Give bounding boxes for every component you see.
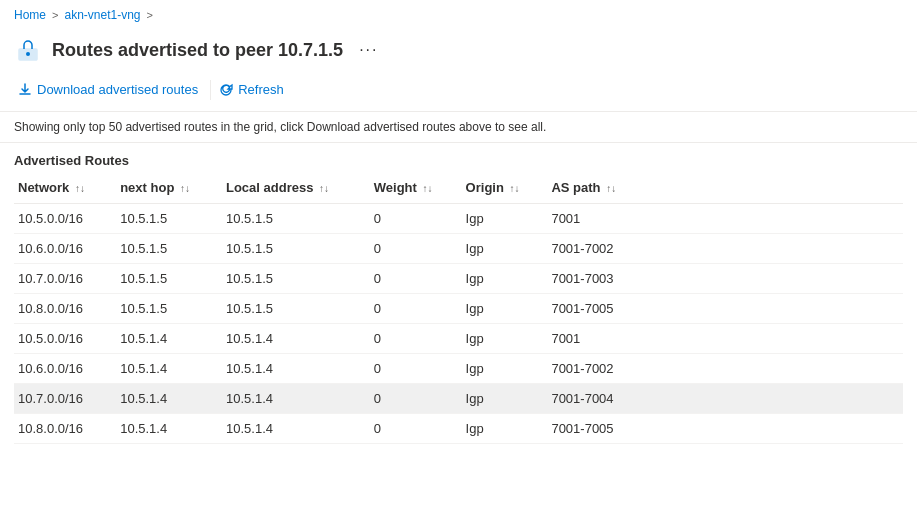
cell-origin: Igp	[462, 204, 548, 234]
cell-weight: 0	[370, 384, 462, 414]
cell-as-path: 7001-7005	[547, 294, 903, 324]
routes-table: Network ↑↓ next hop ↑↓ Local address ↑↓ …	[14, 172, 903, 444]
col-local-address[interactable]: Local address ↑↓	[222, 172, 370, 204]
cell-local-address: 10.5.1.5	[222, 204, 370, 234]
cell-next-hop: 10.5.1.4	[116, 384, 222, 414]
cell-network: 10.5.0.0/16	[14, 324, 116, 354]
sort-icon-network: ↑↓	[75, 183, 85, 194]
cell-network: 10.7.0.0/16	[14, 384, 116, 414]
cell-origin: Igp	[462, 354, 548, 384]
cell-local-address: 10.5.1.4	[222, 414, 370, 444]
table-row[interactable]: 10.7.0.0/1610.5.1.510.5.1.50Igp7001-7003	[14, 264, 903, 294]
cell-local-address: 10.5.1.4	[222, 354, 370, 384]
table-row[interactable]: 10.5.0.0/1610.5.1.410.5.1.40Igp7001	[14, 324, 903, 354]
cell-next-hop: 10.5.1.5	[116, 294, 222, 324]
cell-next-hop: 10.5.1.4	[116, 324, 222, 354]
cell-as-path: 7001-7004	[547, 384, 903, 414]
table-header-row: Network ↑↓ next hop ↑↓ Local address ↑↓ …	[14, 172, 903, 204]
breadcrumb-sep1: >	[52, 9, 58, 21]
sort-icon-weight: ↑↓	[423, 183, 433, 194]
table-container: Network ↑↓ next hop ↑↓ Local address ↑↓ …	[0, 172, 917, 444]
cell-next-hop: 10.5.1.5	[116, 234, 222, 264]
breadcrumb-parent[interactable]: akn-vnet1-vng	[64, 8, 140, 22]
table-row[interactable]: 10.6.0.0/1610.5.1.410.5.1.40Igp7001-7002	[14, 354, 903, 384]
cell-as-path: 7001-7005	[547, 414, 903, 444]
page-header: Routes advertised to peer 10.7.1.5 ···	[0, 30, 917, 74]
breadcrumb: Home > akn-vnet1-vng >	[0, 0, 917, 30]
cell-next-hop: 10.5.1.4	[116, 414, 222, 444]
svg-point-1	[26, 52, 30, 56]
section-label: Advertised Routes	[0, 143, 917, 172]
col-next-hop[interactable]: next hop ↑↓	[116, 172, 222, 204]
table-row[interactable]: 10.8.0.0/1610.5.1.410.5.1.40Igp7001-7005	[14, 414, 903, 444]
cell-network: 10.7.0.0/16	[14, 264, 116, 294]
cell-as-path: 7001-7002	[547, 354, 903, 384]
cell-weight: 0	[370, 414, 462, 444]
cell-network: 10.6.0.0/16	[14, 234, 116, 264]
refresh-button[interactable]: Refresh	[215, 78, 292, 101]
cell-local-address: 10.5.1.5	[222, 234, 370, 264]
cell-as-path: 7001-7002	[547, 234, 903, 264]
cell-origin: Igp	[462, 294, 548, 324]
cell-origin: Igp	[462, 384, 548, 414]
cell-network: 10.5.0.0/16	[14, 204, 116, 234]
col-as-path[interactable]: AS path ↑↓	[547, 172, 903, 204]
cell-weight: 0	[370, 264, 462, 294]
page-title: Routes advertised to peer 10.7.1.5	[52, 40, 343, 61]
cell-as-path: 7001-7003	[547, 264, 903, 294]
table-row[interactable]: 10.5.0.0/1610.5.1.510.5.1.50Igp7001	[14, 204, 903, 234]
cell-weight: 0	[370, 204, 462, 234]
cell-origin: Igp	[462, 414, 548, 444]
breadcrumb-home[interactable]: Home	[14, 8, 46, 22]
cell-weight: 0	[370, 294, 462, 324]
col-network[interactable]: Network ↑↓	[14, 172, 116, 204]
cell-network: 10.8.0.0/16	[14, 414, 116, 444]
download-label: Download advertised routes	[37, 82, 198, 97]
download-icon	[18, 83, 32, 97]
cell-weight: 0	[370, 234, 462, 264]
sort-icon-as-path: ↑↓	[606, 183, 616, 194]
refresh-label: Refresh	[238, 82, 284, 97]
cell-next-hop: 10.5.1.4	[116, 354, 222, 384]
cell-origin: Igp	[462, 324, 548, 354]
cell-next-hop: 10.5.1.5	[116, 204, 222, 234]
cell-as-path: 7001	[547, 324, 903, 354]
cell-local-address: 10.5.1.5	[222, 294, 370, 324]
breadcrumb-sep2: >	[147, 9, 153, 21]
sort-icon-origin: ↑↓	[510, 183, 520, 194]
cell-weight: 0	[370, 354, 462, 384]
more-options-button[interactable]: ···	[353, 39, 384, 61]
info-banner: Showing only top 50 advertised routes in…	[0, 112, 917, 143]
sort-icon-next-hop: ↑↓	[180, 183, 190, 194]
toolbar-divider	[210, 80, 211, 100]
cell-origin: Igp	[462, 234, 548, 264]
cell-network: 10.8.0.0/16	[14, 294, 116, 324]
cell-local-address: 10.5.1.4	[222, 324, 370, 354]
cell-origin: Igp	[462, 264, 548, 294]
cell-next-hop: 10.5.1.5	[116, 264, 222, 294]
cell-as-path: 7001	[547, 204, 903, 234]
cell-weight: 0	[370, 324, 462, 354]
col-origin[interactable]: Origin ↑↓	[462, 172, 548, 204]
col-weight[interactable]: Weight ↑↓	[370, 172, 462, 204]
table-row[interactable]: 10.7.0.0/1610.5.1.410.5.1.40Igp7001-7004	[14, 384, 903, 414]
table-row[interactable]: 10.6.0.0/1610.5.1.510.5.1.50Igp7001-7002	[14, 234, 903, 264]
refresh-icon	[219, 83, 233, 97]
info-text: Showing only top 50 advertised routes in…	[14, 120, 546, 134]
toolbar: Download advertised routes Refresh	[0, 74, 917, 112]
table-row[interactable]: 10.8.0.0/1610.5.1.510.5.1.50Igp7001-7005	[14, 294, 903, 324]
vng-icon	[14, 36, 42, 64]
cell-network: 10.6.0.0/16	[14, 354, 116, 384]
cell-local-address: 10.5.1.4	[222, 384, 370, 414]
sort-icon-local-address: ↑↓	[319, 183, 329, 194]
download-advertised-routes-button[interactable]: Download advertised routes	[14, 78, 206, 101]
cell-local-address: 10.5.1.5	[222, 264, 370, 294]
